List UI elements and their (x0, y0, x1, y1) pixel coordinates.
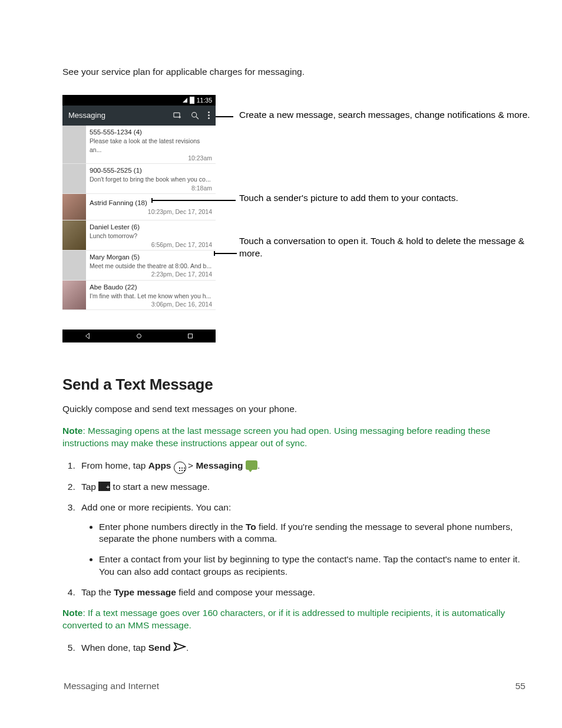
thread-time: 6:56pm, Dec 17, 2014 (90, 241, 212, 249)
thread-preview: Lunch tomorrow? (90, 232, 212, 240)
steps-list: From home, tap Apps > Messaging . Tap to… (62, 459, 530, 599)
step-3-sub-1: Enter phone numbers directly in the To f… (99, 521, 530, 546)
page-footer: Messaging and Internet 55 (64, 680, 525, 693)
svg-point-1 (192, 113, 197, 117)
compose-icon[interactable] (173, 111, 182, 120)
phone-screenshot: 11:35 Messaging 555-555-1234 (4)Please t… (62, 95, 216, 342)
svg-rect-3 (188, 334, 192, 338)
thread-time: 10:23pm, Dec 17, 2014 (90, 207, 212, 216)
thread-sender: 555-555-1234 (4) (90, 128, 212, 137)
avatar[interactable] (62, 194, 86, 220)
avatar[interactable] (62, 164, 86, 193)
app-bar: Messaging (62, 106, 216, 126)
thread-preview: Don't forget to bring the book when you … (90, 175, 212, 183)
intro-text: See your service plan for applicable cha… (62, 66, 530, 78)
overflow-icon[interactable] (208, 111, 210, 119)
back-icon[interactable] (84, 332, 92, 340)
section-intro: Quickly compose and send text messages o… (62, 403, 530, 416)
thread-time: 3:06pm, Dec 16, 2014 (90, 300, 212, 308)
section-heading: Send a Text Message (62, 374, 530, 395)
nav-bar (62, 330, 216, 342)
send-icon (173, 641, 186, 655)
avatar[interactable] (62, 281, 86, 310)
note-2: Note: If a text message goes over 160 ch… (62, 607, 530, 632)
thread-time: 8:18am (90, 184, 212, 192)
avatar[interactable] (62, 220, 86, 250)
thread-sender: Astrid Fanning (18) (90, 199, 212, 208)
page-number: 55 (515, 680, 525, 693)
thread-sender: 900-555-2525 (1) (90, 166, 212, 176)
avatar[interactable] (62, 251, 86, 280)
thread-preview: Please take a look at the latest revisio… (90, 137, 212, 153)
status-bar: 11:35 (62, 95, 216, 106)
messaging-icon (246, 460, 257, 470)
search-icon[interactable] (190, 111, 200, 120)
appbar-title: Messaging (68, 110, 173, 121)
callout-conversation: Touch a conversation to open it. Touch &… (239, 235, 530, 260)
step-5: When done, tap Send . (78, 641, 530, 655)
status-time: 11:35 (197, 96, 212, 104)
svg-point-2 (137, 334, 141, 338)
thread-sender: Abe Baudo (22) (90, 283, 212, 292)
recent-icon[interactable] (186, 332, 194, 340)
home-icon[interactable] (135, 332, 143, 340)
callout-toolbar: Create a new message, search messages, c… (239, 109, 530, 121)
thread-sender: Mary Morgan (5) (90, 253, 212, 262)
step-3: Add one or more recipients. You can: Ent… (78, 502, 530, 579)
footer-section: Messaging and Internet (64, 680, 159, 693)
thread-preview: I'm fine with that. Let me know when you… (90, 292, 212, 300)
thread-item[interactable]: Mary Morgan (5)Meet me outside the theat… (62, 251, 216, 281)
thread-item[interactable]: 900-555-2525 (1)Don't forget to bring th… (62, 164, 216, 194)
callout-avatar: Touch a sender's picture to add them to … (239, 192, 458, 205)
signal-icon (183, 98, 187, 103)
apps-icon (174, 460, 186, 472)
step-2: Tap to start a new message. (78, 480, 530, 493)
thread-item[interactable]: Daniel Lester (6)Lunch tomorrow?6:56pm, … (62, 220, 216, 251)
thread-item[interactable]: Abe Baudo (22)I'm fine with that. Let me… (62, 281, 216, 311)
svg-rect-0 (174, 113, 180, 117)
thread-time: 10:23am (90, 154, 212, 162)
note-1: Note: Messaging opens at the last messag… (62, 425, 530, 450)
thread-time: 2:23pm, Dec 17, 2014 (90, 270, 212, 278)
figure: 11:35 Messaging 555-555-1234 (4)Please t… (62, 95, 530, 354)
thread-list: 555-555-1234 (4)Please take a look at th… (62, 126, 216, 330)
thread-sender: Daniel Lester (6) (90, 223, 212, 232)
thread-item[interactable]: Astrid Fanning (18)10:23pm, Dec 17, 2014 (62, 194, 216, 220)
thread-preview: Meet me outside the theatre at 8:00. And… (90, 262, 212, 270)
battery-icon (190, 97, 194, 104)
compose-inline-icon (98, 482, 110, 491)
avatar[interactable] (62, 126, 86, 163)
step-4: Tap the Type message field and compose y… (78, 587, 530, 599)
step-3-sub-2: Enter a contact from your list by beginn… (99, 554, 530, 578)
step-1: From home, tap Apps > Messaging . (78, 459, 530, 472)
thread-item[interactable]: 555-555-1234 (4)Please take a look at th… (62, 126, 216, 164)
